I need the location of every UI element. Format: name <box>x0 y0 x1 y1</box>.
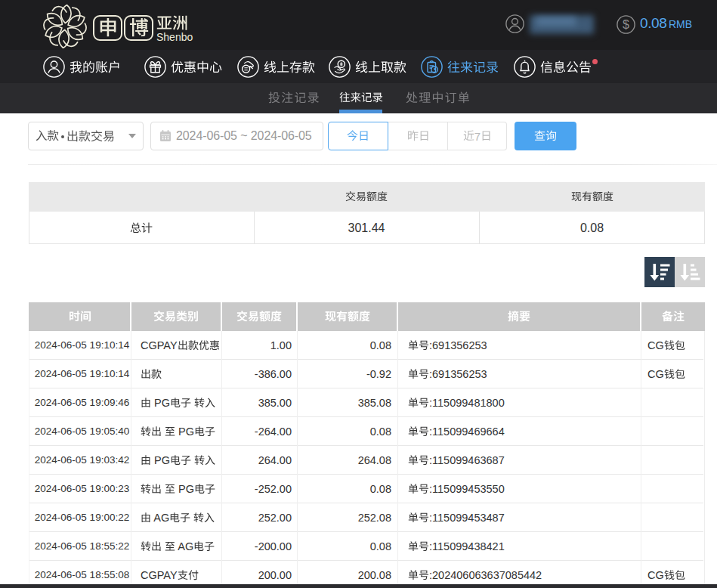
svg-text:$: $ <box>623 18 629 31</box>
